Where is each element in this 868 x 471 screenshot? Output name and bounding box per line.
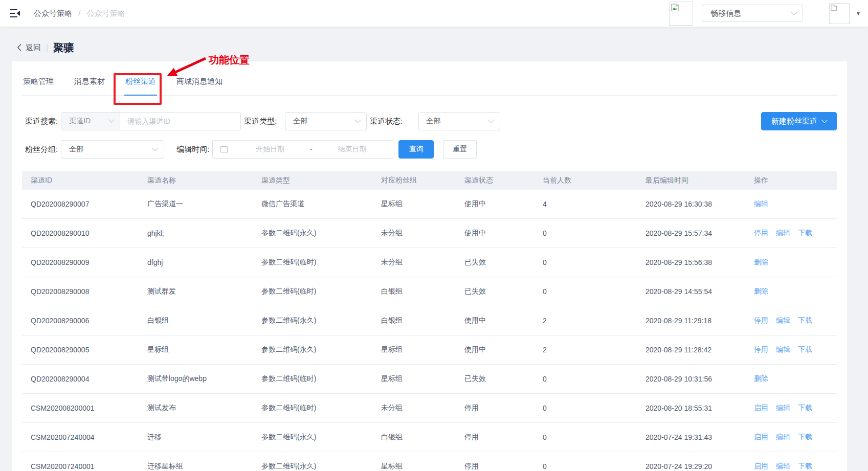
table-body: QD202008290007广告渠道一微信广告渠道星标组使用中42020-08-… [22, 190, 837, 471]
back-chevron-icon[interactable] [17, 43, 22, 52]
action-启用[interactable]: 启用 [754, 433, 768, 441]
action-编辑[interactable]: 编辑 [776, 229, 790, 237]
table-row: CSM202007240004迁移参数二维码(永久)白银组停用02020-07-… [22, 423, 837, 452]
table-row: QD202008290009dfghj参数二维码(临时)未分组已失效02020-… [22, 248, 837, 277]
cell: 星标组 [372, 199, 456, 209]
chevron-down-icon [791, 9, 797, 15]
create-channel-label: 新建粉丝渠道 [771, 117, 817, 126]
fan-group-select[interactable]: 全部 [61, 140, 164, 159]
back-button[interactable]: 返回 [26, 43, 41, 53]
query-button[interactable]: 查询 [398, 140, 434, 159]
action-下载[interactable]: 下载 [798, 229, 812, 237]
edit-time-label: 编辑时间: [176, 145, 209, 154]
caret-down-icon[interactable]: ▼ [856, 11, 861, 16]
table-row: CSM202008200001测试发布参数二维码(临时)未分组停用02020-0… [22, 394, 837, 423]
channel-id-input[interactable] [120, 113, 240, 130]
row-actions: 删除 [745, 374, 837, 384]
cell: 2020-08-29 15:57:34 [637, 229, 745, 237]
tab-策略管理[interactable]: 策略管理 [22, 76, 55, 96]
action-停用[interactable]: 停用 [754, 229, 768, 237]
page-title: 聚骧 [53, 41, 74, 55]
content-card: 策略管理消息素材粉丝渠道商城消息通知 渠道搜索: 渠道ID 渠道类型: 全部 渠… [12, 61, 847, 471]
action-编辑[interactable]: 编辑 [776, 345, 790, 353]
edit-time-range-picker[interactable]: 开始日期 - 结束日期 [212, 140, 394, 159]
avatar[interactable] [669, 2, 693, 26]
tab-商城消息通知[interactable]: 商城消息通知 [175, 76, 224, 96]
cell: QD202008290009 [22, 258, 139, 266]
chevron-down-icon [152, 145, 159, 151]
action-下载[interactable]: 下载 [798, 462, 812, 470]
cell: 0 [534, 433, 637, 441]
menu-fold-icon[interactable] [8, 6, 23, 20]
cell: QD202008290005 [22, 346, 139, 354]
cell: QD202008290010 [22, 229, 139, 237]
create-channel-button[interactable]: 新建粉丝渠道 [761, 112, 837, 130]
end-date-placeholder[interactable]: 结束日期 [316, 145, 389, 154]
cell: 已失效 [456, 287, 534, 296]
channel-type-value: 全部 [293, 117, 307, 126]
cell: 0 [534, 375, 637, 383]
cell: 2020-07-24 19:29:20 [637, 462, 745, 470]
cell: CSM202007240001 [22, 462, 139, 470]
action-编辑[interactable]: 编辑 [776, 433, 790, 441]
cell: 未分组 [372, 258, 456, 267]
filter-row-2: 粉丝分组: 全部 编辑时间: 开始日期 - 结束日期 查询 重置 [22, 140, 837, 159]
action-删除[interactable]: 删除 [754, 258, 768, 266]
calendar-icon [220, 145, 228, 153]
cell: 停用 [456, 433, 534, 442]
cell: 微信广告渠道 [253, 199, 372, 209]
action-编辑[interactable]: 编辑 [776, 316, 790, 324]
action-下载[interactable]: 下载 [798, 433, 812, 441]
action-编辑[interactable]: 编辑 [776, 462, 790, 470]
table-row: QD202008290005星标组参数二维码(永久)星标组使用中22020-08… [22, 335, 837, 365]
action-下载[interactable]: 下载 [798, 403, 812, 412]
cell: CSM202008200001 [22, 404, 139, 412]
user-avatar[interactable] [829, 3, 850, 24]
search-type-value: 渠道ID [69, 117, 91, 126]
broken-image-icon [671, 4, 679, 12]
cell: 白银组 [372, 433, 456, 442]
tab-粉丝渠道[interactable]: 粉丝渠道 [124, 76, 157, 96]
reset-button[interactable]: 重置 [443, 140, 477, 159]
channel-type-select[interactable]: 全部 [285, 112, 367, 130]
cell: QD202008290004 [22, 375, 139, 383]
breadcrumb-item[interactable]: 公众号策略 [34, 9, 72, 17]
cell: QD202008290007 [22, 200, 139, 208]
cell: QD202008290008 [22, 287, 139, 296]
action-启用[interactable]: 启用 [754, 462, 768, 470]
channel-status-select[interactable]: 全部 [418, 112, 500, 130]
channel-table: 渠道ID渠道名称渠道类型对应粉丝组渠道状态当前人数最后编辑时间操作 QD2020… [22, 171, 837, 471]
cell: 0 [534, 229, 637, 237]
action-下载[interactable]: 下载 [798, 316, 812, 324]
row-actions: 启用编辑下载 [745, 403, 837, 413]
cell: 2020-08-29 16:30:38 [637, 200, 745, 208]
cell: 参数二维码(临时) [253, 287, 372, 296]
action-编辑[interactable]: 编辑 [776, 403, 790, 412]
table-row: QD202008290008测试群发参数二维码(临时)白银组已失效02020-0… [22, 277, 837, 306]
action-编辑[interactable]: 编辑 [754, 199, 768, 208]
search-type-select[interactable]: 渠道ID [61, 113, 120, 130]
action-启用[interactable]: 启用 [754, 403, 768, 412]
date-range-separator: - [307, 145, 316, 153]
top-navbar: 公众号策略 / 公众号策略 畅移信息 ▼ [0, 0, 868, 27]
tab-消息素材[interactable]: 消息素材 [73, 76, 106, 96]
action-停用[interactable]: 停用 [754, 316, 768, 324]
cell: 2 [534, 317, 637, 325]
cell: 使用中 [456, 199, 534, 209]
start-date-placeholder[interactable]: 开始日期 [233, 145, 307, 154]
organization-select[interactable]: 畅移信息 [702, 5, 803, 22]
title-separator: | [46, 43, 48, 52]
action-下载[interactable]: 下载 [798, 345, 812, 353]
cell: 测试带logo的webp [139, 374, 253, 384]
column-header: 最后编辑时间 [637, 176, 745, 185]
cell: 参数二维码(永久) [253, 229, 372, 238]
action-删除[interactable]: 删除 [754, 287, 768, 295]
action-删除[interactable]: 删除 [754, 374, 768, 383]
cell: QD202008290006 [22, 317, 139, 325]
cell: 迁移 [139, 433, 253, 442]
cell: dfghj [139, 258, 253, 266]
search-label: 渠道搜索: [25, 117, 58, 126]
action-停用[interactable]: 停用 [754, 345, 768, 353]
breadcrumb: 公众号策略 / 公众号策略 [34, 9, 125, 18]
cell: 停用 [456, 403, 534, 413]
